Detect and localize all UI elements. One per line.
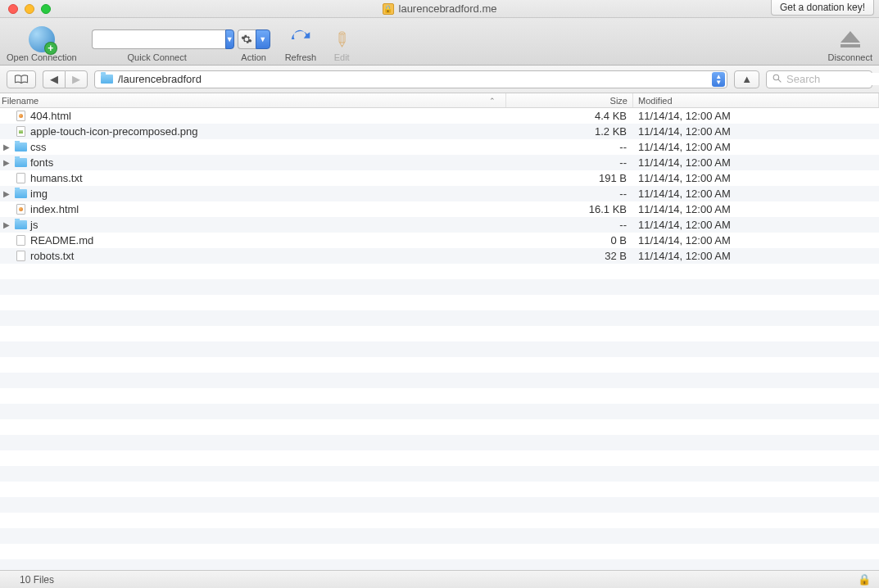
- file-row[interactable]: README.md0 B11/14/14, 12:00 AM: [0, 233, 879, 248]
- file-size: --: [506, 188, 633, 200]
- lock-icon: 🔒: [383, 3, 394, 15]
- disclosure-triangle-icon[interactable]: ▶: [2, 220, 11, 229]
- close-window-button[interactable]: [8, 4, 18, 14]
- column-header-filename[interactable]: Filename ⌃: [0, 93, 506, 107]
- file-size: 32 B: [506, 250, 633, 262]
- folder-icon: [14, 142, 27, 153]
- window-controls: [0, 4, 51, 14]
- pathbar: ◀ ▶ ▲▼ ▲: [0, 66, 879, 93]
- empty-row: [0, 528, 879, 544]
- donation-button[interactable]: Get a donation key!: [771, 0, 874, 16]
- lock-status-icon[interactable]: 🔒: [858, 573, 871, 586]
- empty-row: [0, 279, 879, 295]
- empty-row: [0, 419, 879, 435]
- folder-icon: [100, 74, 113, 85]
- quick-connect-dropdown-button[interactable]: ▼: [225, 29, 234, 49]
- minimize-window-button[interactable]: [25, 4, 34, 14]
- globe-icon: +: [29, 26, 55, 52]
- bookmarks-button[interactable]: [7, 70, 36, 88]
- empty-row: [0, 341, 879, 357]
- empty-row: [0, 435, 879, 450]
- refresh-tool[interactable]: Refresh: [285, 28, 317, 62]
- action-dropdown-button[interactable]: ▼: [256, 29, 270, 49]
- quick-connect-input[interactable]: [92, 29, 225, 49]
- open-connection-tool[interactable]: + Open Connection: [7, 28, 77, 62]
- nav-back-button[interactable]: ◀: [43, 70, 65, 88]
- column-header-modified[interactable]: Modified: [633, 93, 879, 107]
- file-modified: 11/14/14, 12:00 AM: [633, 156, 879, 169]
- html-file-icon: [14, 204, 27, 215]
- sort-ascending-icon: ⌃: [489, 97, 496, 105]
- file-size: --: [506, 156, 633, 169]
- empty-row: [0, 310, 879, 326]
- refresh-label: Refresh: [285, 52, 317, 62]
- file-row[interactable]: ▶js--11/14/14, 12:00 AM: [0, 217, 879, 233]
- file-size: 1.2 KB: [506, 125, 633, 138]
- empty-row: [0, 357, 879, 373]
- path-input[interactable]: [118, 73, 707, 85]
- empty-row: [0, 482, 879, 497]
- file-row[interactable]: ▶img--11/14/14, 12:00 AM: [0, 186, 879, 201]
- refresh-icon: [288, 27, 313, 52]
- file-row[interactable]: humans.txt191 B11/14/14, 12:00 AM: [0, 170, 879, 186]
- file-row[interactable]: ▶fonts--11/14/14, 12:00 AM: [0, 155, 879, 170]
- nav-forward-button[interactable]: ▶: [65, 70, 88, 88]
- plus-badge-icon: +: [45, 43, 57, 54]
- empty-row: [0, 388, 879, 404]
- file-size: 4.4 KB: [506, 110, 633, 122]
- quick-connect-label: Quick Connect: [128, 52, 187, 62]
- file-modified: 11/14/14, 12:00 AM: [633, 125, 879, 138]
- column-header-size[interactable]: Size: [506, 93, 633, 107]
- disclosure-triangle-icon[interactable]: ▶: [2, 142, 11, 152]
- path-dropdown-button[interactable]: ▲▼: [712, 72, 725, 87]
- file-modified: 11/14/14, 12:00 AM: [633, 250, 879, 262]
- empty-row: [0, 466, 879, 482]
- search-field[interactable]: [766, 70, 872, 88]
- up-button[interactable]: ▲: [734, 70, 759, 88]
- triangle-up-icon: ▲: [741, 73, 752, 85]
- file-row[interactable]: 404.html4.4 KB11/14/14, 12:00 AM: [0, 108, 879, 124]
- file-list[interactable]: 404.html4.4 KB11/14/14, 12:00 AMapple-to…: [0, 108, 879, 570]
- empty-row: [0, 326, 879, 341]
- file-size: 0 B: [506, 234, 633, 247]
- file-name: js: [30, 219, 38, 231]
- action-tool[interactable]: ▼ Action: [238, 28, 270, 62]
- book-icon: [14, 74, 29, 85]
- file-row[interactable]: ▶css--11/14/14, 12:00 AM: [0, 139, 879, 155]
- zoom-window-button[interactable]: [41, 4, 51, 14]
- html-file-icon: [14, 111, 27, 122]
- empty-row: [0, 373, 879, 388]
- folder-icon: [14, 188, 27, 200]
- file-size: 16.1 KB: [506, 203, 633, 215]
- file-name: css: [30, 141, 47, 153]
- file-name: README.md: [30, 234, 93, 247]
- file-row[interactable]: index.html16.1 KB11/14/14, 12:00 AM: [0, 201, 879, 217]
- document-icon: [14, 173, 27, 184]
- path-combo[interactable]: ▲▼: [94, 70, 727, 88]
- file-row[interactable]: robots.txt32 B11/14/14, 12:00 AM: [0, 248, 879, 264]
- window-title: 🔒 laurencebradford.me: [383, 2, 497, 15]
- disclosure-triangle-icon[interactable]: ▶: [2, 189, 11, 198]
- empty-row: [0, 544, 879, 559]
- document-icon: [14, 251, 27, 262]
- disconnect-label: Disconnect: [828, 52, 872, 62]
- file-size: --: [506, 219, 633, 231]
- quick-connect-combo[interactable]: ▼: [92, 29, 223, 49]
- file-row[interactable]: apple-touch-icon-precomposed.png1.2 KB11…: [0, 124, 879, 139]
- action-label: Action: [241, 52, 266, 62]
- file-name: apple-touch-icon-precomposed.png: [30, 125, 198, 138]
- file-modified: 11/14/14, 12:00 AM: [633, 188, 879, 200]
- document-icon: [14, 235, 27, 247]
- search-input[interactable]: [786, 73, 879, 85]
- file-modified: 11/14/14, 12:00 AM: [633, 141, 879, 153]
- file-modified: 11/14/14, 12:00 AM: [633, 110, 879, 122]
- column-headers: Filename ⌃ Size Modified: [0, 93, 879, 108]
- svg-line-1: [778, 79, 781, 82]
- svg-point-0: [773, 75, 779, 80]
- disclosure-triangle-icon[interactable]: ▶: [2, 158, 11, 167]
- titlebar: 🔒 laurencebradford.me Get a donation key…: [0, 0, 879, 18]
- image-file-icon: [14, 126, 27, 138]
- empty-row: [0, 404, 879, 419]
- file-name: robots.txt: [30, 250, 74, 262]
- disconnect-tool[interactable]: Disconnect: [828, 28, 872, 62]
